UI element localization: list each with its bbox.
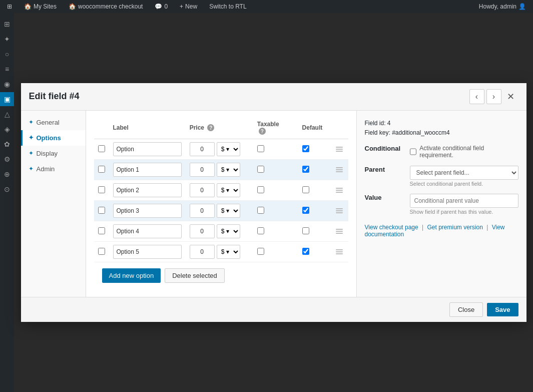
row-4-currency-select[interactable]: $ ▾ bbox=[217, 224, 240, 238]
sep2: | bbox=[486, 224, 488, 231]
sidebar-icon-7[interactable]: ◈ bbox=[0, 122, 14, 136]
row-0-currency-select[interactable]: $ ▾ bbox=[217, 142, 240, 156]
sidebar-icon-9[interactable]: ⚙ bbox=[0, 152, 14, 166]
row-1-currency-select[interactable]: $ ▾ bbox=[217, 163, 240, 177]
admin-bar: ⊞ 🏠 My Sites 🏠 woocommerce checkout 💬 0 … bbox=[0, 0, 533, 13]
sidebar-icon-10[interactable]: ⊕ bbox=[0, 167, 14, 181]
parent-select[interactable]: Select parent field... bbox=[410, 166, 518, 180]
modal: Edit field #4 ‹ › ✕ ✦ General ✦ Options bbox=[21, 83, 526, 322]
avatar: 👤 bbox=[518, 3, 526, 10]
my-sites-item[interactable]: 🏠 My Sites bbox=[21, 0, 60, 13]
row-2-select-checkbox[interactable] bbox=[98, 186, 105, 193]
row-5-price-input[interactable] bbox=[190, 245, 215, 259]
new-item[interactable]: + New bbox=[177, 0, 200, 13]
row-4-spacer2 bbox=[290, 221, 298, 242]
row-0-default-checkbox[interactable] bbox=[302, 145, 309, 152]
add-new-option-button[interactable]: Add new option bbox=[102, 268, 161, 283]
row-4-select-checkbox[interactable] bbox=[98, 227, 105, 234]
conditional-cb-row: Activate conditional field requirement. bbox=[410, 145, 518, 159]
table-row: $ ▾ bbox=[94, 201, 348, 221]
footer-close-button[interactable]: Close bbox=[449, 302, 483, 317]
row-5-default-checkbox[interactable] bbox=[302, 248, 309, 255]
switch-rtl-item[interactable]: Switch to RTL bbox=[206, 0, 249, 13]
row-1-default-cell bbox=[298, 160, 331, 180]
row-2-spacer2 bbox=[290, 180, 298, 201]
prev-field-button[interactable]: ‹ bbox=[469, 89, 484, 104]
sidebar-icon-8[interactable]: ✿ bbox=[0, 137, 14, 151]
footer-save-button[interactable]: Save bbox=[487, 303, 518, 316]
tab-general[interactable]: ✦ General bbox=[21, 115, 86, 130]
row-1-drag-handle[interactable] bbox=[335, 166, 344, 173]
row-3-price-input[interactable] bbox=[190, 204, 215, 218]
row-2-label-input[interactable] bbox=[113, 183, 182, 197]
row-5-drag-handle[interactable] bbox=[335, 248, 344, 255]
sidebar-icon-3[interactable]: ≡ bbox=[0, 62, 14, 76]
sidebar-icon-4[interactable]: ◉ bbox=[0, 77, 14, 91]
right-panel: Field id: 4 Field key: #additional_woocc… bbox=[356, 111, 526, 297]
row-5-select-checkbox[interactable] bbox=[98, 248, 105, 255]
row-0-spacer2 bbox=[290, 139, 298, 160]
conditional-checkbox[interactable] bbox=[410, 148, 417, 155]
sidebar-icon-11[interactable]: ⊙ bbox=[0, 182, 14, 196]
parent-row: Parent Select parent field... Select con… bbox=[365, 166, 518, 187]
row-2-currency-select[interactable]: $ ▾ bbox=[217, 183, 240, 197]
row-4-price-input[interactable] bbox=[190, 224, 215, 238]
tab-options[interactable]: ✦ Options bbox=[21, 130, 86, 146]
row-0-drag-handle[interactable] bbox=[335, 146, 344, 153]
sidebar-icon-6[interactable]: △ bbox=[0, 107, 14, 121]
taxable-info-icon[interactable]: ? bbox=[259, 128, 266, 135]
row-3-select-checkbox[interactable] bbox=[98, 207, 105, 214]
next-field-button[interactable]: › bbox=[486, 89, 501, 104]
conditional-row: Conditional Activate conditional field r… bbox=[365, 145, 518, 159]
row-1-price-cell: $ ▾ bbox=[186, 160, 245, 180]
get-premium-link[interactable]: Get premium version bbox=[427, 224, 483, 231]
row-4-drag-handle[interactable] bbox=[335, 228, 344, 235]
row-1-checkbox-cell bbox=[94, 160, 109, 180]
close-modal-button[interactable]: ✕ bbox=[503, 89, 518, 104]
row-2-default-cell bbox=[298, 180, 331, 201]
sidebar-icon-2[interactable]: ○ bbox=[0, 47, 14, 61]
sidebar-icon-1[interactable]: ✦ bbox=[0, 32, 14, 46]
comments-item[interactable]: 💬 0 bbox=[152, 0, 171, 13]
wp-logo-item[interactable]: ⊞ bbox=[4, 0, 15, 13]
value-input[interactable] bbox=[410, 194, 518, 208]
woocommerce-item[interactable]: 🏠 woocommerce checkout bbox=[66, 0, 146, 13]
row-3-drag-handle[interactable] bbox=[335, 207, 344, 214]
row-2-default-checkbox[interactable] bbox=[302, 186, 309, 193]
sidebar-icon-0[interactable]: ⊞ bbox=[0, 17, 14, 31]
row-3-default-checkbox[interactable] bbox=[302, 207, 309, 214]
row-1-default-checkbox[interactable] bbox=[302, 166, 309, 173]
tab-display[interactable]: ✦ Display bbox=[21, 146, 86, 161]
row-0-price-input[interactable] bbox=[190, 142, 215, 156]
price-info-icon[interactable]: ? bbox=[207, 124, 214, 131]
value-label: Value bbox=[365, 194, 405, 201]
field-meta: Field id: 4 Field key: #additional_woocc… bbox=[365, 119, 518, 138]
row-4-default-checkbox[interactable] bbox=[302, 227, 309, 234]
row-3-price-group: $ ▾ bbox=[190, 204, 241, 218]
row-4-taxable-checkbox[interactable] bbox=[257, 227, 264, 234]
row-1-price-group: $ ▾ bbox=[190, 163, 241, 177]
view-checkout-link[interactable]: View checkout page bbox=[365, 224, 418, 231]
row-0-taxable-checkbox[interactable] bbox=[257, 145, 264, 152]
row-1-select-checkbox[interactable] bbox=[98, 166, 105, 173]
row-4-label-input[interactable] bbox=[113, 224, 182, 238]
row-5-label-input[interactable] bbox=[113, 245, 182, 259]
row-1-label-input[interactable] bbox=[113, 163, 182, 177]
row-0-label-input[interactable] bbox=[113, 142, 182, 156]
row-0-select-checkbox[interactable] bbox=[98, 145, 105, 152]
row-2-taxable-checkbox[interactable] bbox=[257, 186, 264, 193]
row-1-drag-cell bbox=[331, 160, 348, 180]
delete-selected-button[interactable]: Delete selected bbox=[165, 268, 225, 283]
row-1-price-input[interactable] bbox=[190, 163, 215, 177]
sidebar-icon-5[interactable]: ▣ bbox=[0, 92, 14, 106]
row-2-drag-handle[interactable] bbox=[335, 187, 344, 194]
row-3-taxable-checkbox[interactable] bbox=[257, 207, 264, 214]
row-2-price-input[interactable] bbox=[190, 183, 215, 197]
row-5-taxable-checkbox[interactable] bbox=[257, 248, 264, 255]
row-1-taxable-checkbox[interactable] bbox=[257, 166, 264, 173]
row-5-currency-select[interactable]: $ ▾ bbox=[217, 245, 240, 259]
row-0-price-group: $ ▾ bbox=[190, 142, 241, 156]
row-3-label-input[interactable] bbox=[113, 204, 182, 218]
row-3-currency-select[interactable]: $ ▾ bbox=[217, 204, 240, 218]
tab-admin[interactable]: ✦ Admin bbox=[21, 161, 86, 177]
